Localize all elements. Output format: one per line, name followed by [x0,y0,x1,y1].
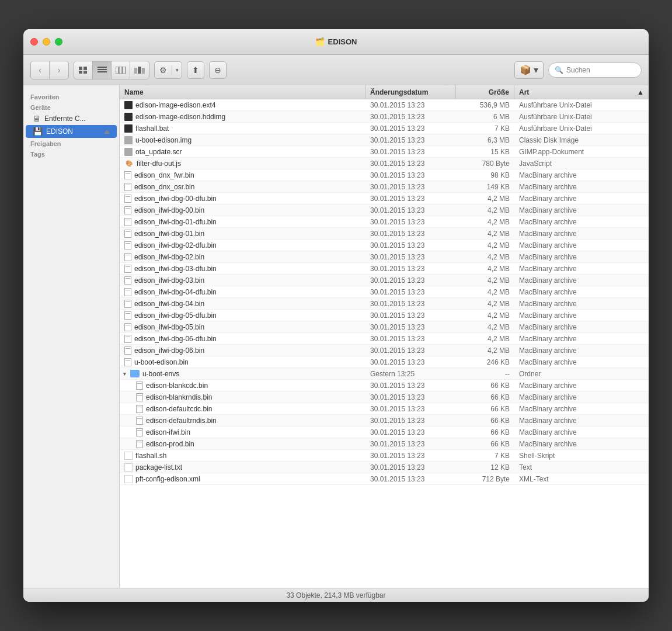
file-size-cell: 712 Byte [456,475,514,483]
table-row[interactable]: edison_dnx_osr.bin 30.01.2015 13:23 149 … [120,181,649,193]
minimize-button[interactable] [43,38,50,46]
table-row[interactable]: edison_ifwi-dbg-01.bin 30.01.2015 13:23 … [120,228,649,240]
binary-icon [124,346,131,355]
xml-icon [124,475,133,483]
file-type-cell: MacBinary archive [514,183,649,191]
col-size-header[interactable]: Größe [456,85,514,99]
svg-rect-10 [134,68,137,74]
binary-icon [136,393,143,401]
table-row[interactable]: ota_update.scr 30.01.2015 13:23 15 KB GI… [120,146,649,158]
svg-rect-5 [98,69,107,70]
table-row[interactable]: edison_ifwi-dbg-05.bin 30.01.2015 13:23 … [120,321,649,333]
file-name: u-boot-envs [142,370,179,378]
file-date-cell: Gestern 13:25 [365,370,456,378]
forward-button[interactable]: › [50,61,68,79]
table-row[interactable]: edison-image-edison.hddimg 30.01.2015 13… [120,111,649,123]
file-area: Name Änderungsdatum Größe Art ▲ edi [120,85,649,588]
eject-button[interactable]: ⏏ [104,128,110,136]
table-row[interactable]: edison_ifwi-dbg-00.bin 30.01.2015 13:23 … [120,204,649,216]
table-row[interactable]: edison-blankcdc.bin 30.01.2015 13:23 66 … [120,380,649,391]
file-size-cell: 66 KB [456,428,514,436]
list-view-button[interactable] [93,61,112,79]
tag-button[interactable]: ⊖ [209,61,227,79]
table-row[interactable]: edison-defaultrndis.bin 30.01.2015 13:23… [120,415,649,427]
sidebar-section-tags: Tags [23,148,119,159]
file-name-cell: edison_ifwi-dbg-03-dfu.bin [120,265,365,273]
file-date-cell: 30.01.2015 13:23 [365,335,456,343]
maximize-button[interactable] [55,38,62,46]
file-size-cell: 4,2 MB [456,253,514,261]
table-row[interactable]: edison_ifwi-dbg-02.bin 30.01.2015 13:23 … [120,251,649,263]
file-type-cell: MacBinary archive [514,253,649,261]
svg-rect-3 [83,71,87,74]
table-row[interactable]: flashall.bat 30.01.2015 13:23 7 KB Ausfü… [120,123,649,134]
table-row[interactable]: edison_ifwi-dbg-03.bin 30.01.2015 13:23 … [120,275,649,286]
table-row[interactable]: edison-defaultcdc.bin 30.01.2015 13:23 6… [120,403,649,415]
dropbox-button[interactable]: 📦 ▾ [514,61,544,79]
file-type-cell: Ausführbare Unix-Datei [514,113,649,121]
table-row[interactable]: edison_ifwi-dbg-00-dfu.bin 30.01.2015 13… [120,193,649,204]
table-row[interactable]: edison_ifwi-dbg-06.bin 30.01.2015 13:23 … [120,345,649,356]
file-type-cell: Shell-Skript [514,452,649,460]
table-row[interactable]: package-list.txt 30.01.2015 13:23 12 KB … [120,462,649,473]
action-button[interactable]: ⚙ ▾ [154,61,182,79]
binary-icon [136,405,143,413]
file-size-cell: 4,2 MB [456,206,514,214]
back-button[interactable]: ‹ [31,61,50,79]
file-name-cell: package-list.txt [120,463,365,471]
disclosure-triangle[interactable]: ▼ [122,371,127,377]
file-name: edison-image-edison.ext4 [135,101,215,109]
col-type-header[interactable]: Art ▲ [514,85,649,99]
binary-icon [136,417,143,425]
close-button[interactable] [30,38,38,46]
image-icon [124,136,133,144]
svg-rect-9 [123,67,126,74]
table-row[interactable]: u-boot-edison.img 30.01.2015 13:23 6,3 M… [120,134,649,146]
search-input[interactable] [566,66,631,74]
file-name-cell: ota_update.scr [120,148,365,156]
table-row[interactable]: 🎨 filter-dfu-out.js 30.01.2015 13:23 780… [120,158,649,169]
table-row[interactable]: edison-blankrndis.bin 30.01.2015 13:23 6… [120,391,649,403]
table-row[interactable]: edison-image-edison.ext4 30.01.2015 13:2… [120,99,649,111]
file-name-cell: 🎨 filter-dfu-out.js [120,159,365,168]
column-view-button[interactable] [112,61,130,79]
table-row[interactable]: edison-ifwi.bin 30.01.2015 13:23 66 KB M… [120,427,649,438]
binary-icon [136,428,143,436]
table-row[interactable]: edison_ifwi-dbg-05-dfu.bin 30.01.2015 13… [120,310,649,321]
table-row[interactable]: edison_ifwi-dbg-01-dfu.bin 30.01.2015 13… [120,216,649,228]
gear-icon[interactable]: ⚙ [155,65,172,75]
folder-icon [130,370,140,377]
table-row[interactable]: ▼ u-boot-envs Gestern 13:25 -- Ordner [120,368,649,380]
file-type-cell: MacBinary archive [514,241,649,249]
col-name-header[interactable]: Name [120,85,365,99]
table-row[interactable]: edison_ifwi-dbg-06-dfu.bin 30.01.2015 13… [120,333,649,345]
file-size-cell: 4,2 MB [456,195,514,203]
sidebar-item-edison[interactable]: 💾 EDISON ⏏ [26,125,117,138]
file-date-cell: 30.01.2015 13:23 [365,136,456,144]
table-row[interactable]: u-boot-edison.bin 30.01.2015 13:23 246 K… [120,356,649,368]
action-arrow[interactable]: ▾ [172,67,182,73]
sidebar-item-remote[interactable]: 🖥 Entfernte C... [26,112,117,125]
coverflow-view-button[interactable] [130,61,149,79]
table-row[interactable]: edison_ifwi-dbg-04.bin 30.01.2015 13:23 … [120,298,649,310]
table-row[interactable]: edison_ifwi-dbg-02-dfu.bin 30.01.2015 13… [120,240,649,251]
share-button[interactable]: ⬆ [187,61,204,79]
col-date-header[interactable]: Änderungsdatum [365,85,456,99]
table-row[interactable]: edison_ifwi-dbg-04-dfu.bin 30.01.2015 13… [120,286,649,298]
icon-view-icon [79,67,88,74]
file-name-cell: edison-image-edison.hddimg [120,113,365,121]
table-row[interactable]: edison-prod.bin 30.01.2015 13:23 66 KB M… [120,438,649,450]
icon-view-button[interactable] [74,61,93,79]
table-row[interactable]: flashall.sh 30.01.2015 13:23 7 KB Shell-… [120,450,649,462]
file-size-cell: 66 KB [456,417,514,425]
table-row[interactable]: pft-config-edison.xml 30.01.2015 13:23 7… [120,473,649,485]
table-row[interactable]: edison_dnx_fwr.bin 30.01.2015 13:23 98 K… [120,169,649,181]
file-name-cell: edison-prod.bin [120,440,365,448]
file-date-cell: 30.01.2015 13:23 [365,346,456,355]
svg-rect-11 [138,67,141,74]
file-type-cell: MacBinary archive [514,171,649,179]
table-row[interactable]: edison_ifwi-dbg-03-dfu.bin 30.01.2015 13… [120,263,649,275]
binary-icon [124,218,131,226]
binary-icon [124,183,131,191]
file-name-cell: flashall.bat [120,124,365,133]
